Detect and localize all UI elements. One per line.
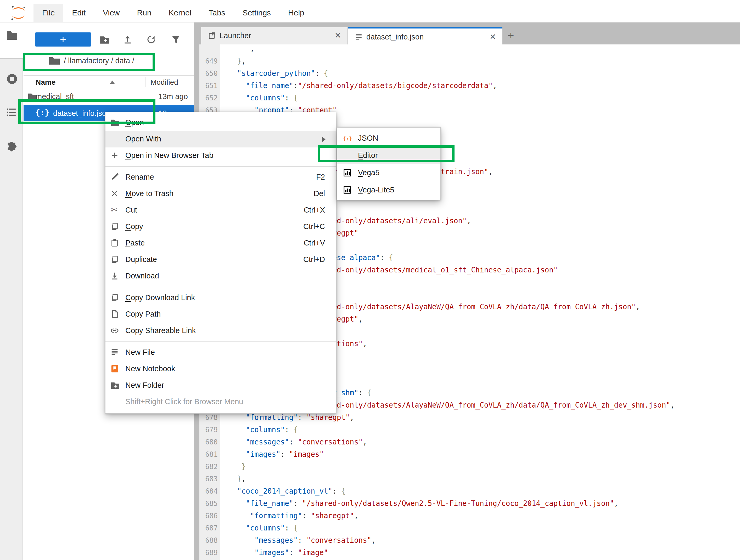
menu-item-shortcut: Ctrl+C xyxy=(303,222,325,231)
line-number: 652 xyxy=(199,92,218,104)
menu-item-label: New Folder xyxy=(125,381,164,389)
sidebar-running-icon[interactable] xyxy=(6,73,18,85)
line-number: 682 xyxy=(199,460,218,473)
menubar-item-edit[interactable]: Edit xyxy=(63,4,94,22)
link-icon xyxy=(110,326,119,335)
context-menu-item-cut[interactable]: ✂CutCtrl+X xyxy=(105,202,336,219)
tab-launcher[interactable]: Launcher✕ xyxy=(201,27,348,44)
svg-text:✂: ✂ xyxy=(111,206,117,214)
menubar-item-tabs[interactable]: Tabs xyxy=(200,4,234,22)
close-tab-icon[interactable]: ✕ xyxy=(335,31,341,40)
context-menu-item-rename[interactable]: RenameF2 xyxy=(105,169,336,186)
line-number: 689 xyxy=(199,546,218,559)
line-number: 649 xyxy=(199,55,218,67)
tab-dataset-info-json[interactable]: dataset_info.json✕ xyxy=(348,27,502,44)
context-menu-item-paste[interactable]: PasteCtrl+V xyxy=(105,235,336,251)
context-menu-item-copy[interactable]: CopyCtrl+C xyxy=(105,219,336,235)
menubar-items: FileEditViewRunKernelTabsSettingsHelp xyxy=(33,4,313,22)
textfile-icon xyxy=(355,33,363,41)
column-divider xyxy=(146,77,146,87)
close-tab-icon[interactable]: ✕ xyxy=(489,32,496,41)
upload-icon[interactable] xyxy=(123,35,133,45)
file-modified: 13m ago xyxy=(158,92,188,101)
column-modified-label: Modified xyxy=(151,78,178,87)
pencil-icon xyxy=(110,173,119,182)
line-number: 650 xyxy=(199,67,218,80)
copy-icon xyxy=(110,255,119,264)
sidebar-extensions-icon[interactable] xyxy=(6,142,18,154)
chart-icon xyxy=(343,169,352,177)
menu-item-label: New File xyxy=(125,348,155,357)
menu-item-label: Copy xyxy=(125,222,143,231)
code-line-649: 649 }, xyxy=(199,55,740,67)
menubar-item-help[interactable]: Help xyxy=(279,4,313,22)
annotation-box-breadcrumb xyxy=(23,53,155,71)
menu-separator xyxy=(105,285,336,290)
menu-item-shortcut: Ctrl+D xyxy=(303,255,325,264)
line-number: 679 xyxy=(199,424,218,436)
code-line-687: 687 "columns": { xyxy=(199,522,740,534)
menubar-item-run[interactable]: Run xyxy=(128,4,160,22)
context-menu-item-copy-download-link[interactable]: Copy Download Link xyxy=(105,290,336,306)
add-tab-button[interactable]: + xyxy=(507,29,514,42)
context-menu: OpenOpen WithOpen in New Browser TabRena… xyxy=(105,112,336,414)
menu-item-label: Shift+Right Click for Browser Menu xyxy=(125,398,243,406)
line-number: 683 xyxy=(199,473,218,485)
download-icon xyxy=(110,271,119,281)
menubar-item-settings[interactable]: Settings xyxy=(234,4,279,22)
json-icon: {:} xyxy=(343,134,352,143)
menu-item-shortcut: Del xyxy=(313,189,325,198)
menubar-item-file[interactable]: File xyxy=(33,4,63,22)
context-menu-item-copy-shareable-link[interactable]: Copy Shareable Link xyxy=(105,323,336,339)
refresh-icon[interactable] xyxy=(147,35,157,45)
jupyter-logo-icon xyxy=(10,5,27,21)
context-menu-item-new-folder[interactable]: New Folder xyxy=(105,377,336,394)
code-line-652: 652 "columns": { xyxy=(199,92,740,104)
context-menu-item-open-in-new-browser-tab[interactable]: Open in New Browser Tab xyxy=(105,147,336,164)
code-line-679: 679 "columns": { xyxy=(199,424,740,436)
menubar-item-view[interactable]: View xyxy=(94,4,128,22)
context-menu-item-shift-right-click-for-browser-menu: Shift+Right Click for Browser Menu xyxy=(105,394,336,410)
code-line-688: 688 "messages": "conversations", xyxy=(199,534,740,546)
open-with-submenu: {:}JSONEditorVega5Vega-Lite5 xyxy=(337,127,441,200)
menu-item-shortcut: Ctrl+X xyxy=(304,206,325,214)
sort-asc-icon xyxy=(110,81,115,84)
submenu-item-json[interactable]: {:}JSON xyxy=(337,130,440,147)
context-menu-item-download[interactable]: Download xyxy=(105,268,336,285)
code-line-651: 651 "file_name":"/shared-only/datasets/b… xyxy=(199,80,740,92)
new-launcher-button[interactable] xyxy=(35,32,91,46)
annotation-box-editor-item xyxy=(318,145,455,162)
svg-text:{:}: {:} xyxy=(343,136,352,142)
code-line-686: 686 "formatting": "sharegpt", xyxy=(199,510,740,522)
sidebar-toc-icon[interactable] xyxy=(6,107,17,118)
line-number: 687 xyxy=(199,522,218,534)
menu-item-label: Download xyxy=(125,271,159,280)
menu-item-label: Move to Trash xyxy=(125,189,174,198)
context-menu-item-open-with[interactable]: Open With xyxy=(105,131,336,147)
submenu-item-vega-lite5[interactable]: Vega-Lite5 xyxy=(337,182,440,199)
textfile-icon xyxy=(110,348,119,357)
submenu-item-vega5[interactable]: Vega5 xyxy=(337,164,440,182)
menu-item-shortcut: F2 xyxy=(316,173,325,182)
menu-item-label: Vega-Lite5 xyxy=(358,186,394,194)
menu-item-label: Paste xyxy=(125,239,145,247)
new-folder-icon[interactable] xyxy=(99,35,109,45)
context-menu-item-new-file[interactable]: New File xyxy=(105,344,336,361)
code-line-680: 680 "messages": "conversations", xyxy=(199,436,740,448)
context-menu-item-duplicate[interactable]: DuplicateCtrl+D xyxy=(105,251,336,268)
plus-icon xyxy=(110,151,119,160)
sidebar-files-icon[interactable] xyxy=(6,29,18,42)
file-list-header[interactable]: Name Modified xyxy=(23,75,194,88)
menu-item-label: Copy Download Link xyxy=(125,293,195,302)
menu-separator xyxy=(105,164,336,169)
context-menu-item-copy-path[interactable]: Copy Path xyxy=(105,306,336,323)
tab-label: Launcher xyxy=(219,31,251,40)
code-line-683: 683 }, xyxy=(199,473,740,485)
menu-item-label: Open in New Browser Tab xyxy=(125,151,213,160)
context-menu-item-move-to-trash[interactable]: Move to TrashDel xyxy=(105,186,336,202)
menubar-item-kernel[interactable]: Kernel xyxy=(160,4,200,22)
code-line-648: , xyxy=(199,44,740,55)
filter-icon[interactable] xyxy=(171,35,181,45)
context-menu-item-new-notebook[interactable]: New Notebook xyxy=(105,361,336,377)
copy-icon xyxy=(110,293,119,302)
